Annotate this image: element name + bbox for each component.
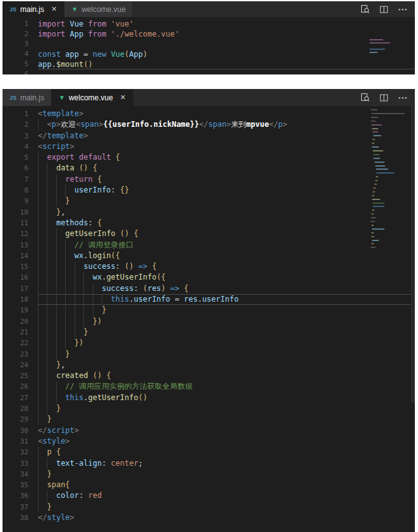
minimap-line bbox=[371, 221, 375, 222]
line-number: 36 bbox=[3, 490, 38, 501]
token: success bbox=[102, 284, 134, 293]
line-number: 37 bbox=[3, 502, 38, 512]
indent-guide bbox=[47, 393, 47, 403]
token: > bbox=[75, 426, 79, 435]
indent-guide bbox=[47, 294, 47, 305]
tab-welcome-vue[interactable]: ▼welcome.vue✕ bbox=[52, 89, 133, 106]
code-line: 22 }) bbox=[3, 338, 415, 348]
minimap-line bbox=[373, 187, 376, 189]
indent-guide bbox=[47, 490, 47, 501]
token: : bbox=[102, 459, 110, 468]
split-editor-button[interactable] bbox=[379, 93, 388, 102]
token: import bbox=[38, 20, 70, 28]
scrollbar[interactable] bbox=[411, 106, 415, 403]
indent-guide bbox=[38, 480, 39, 490]
indent-guide bbox=[56, 393, 57, 403]
token: res bbox=[147, 284, 161, 293]
code-editor[interactable]: 1<template>2 <p>欢迎<span>{{userInfo.nickN… bbox=[3, 106, 415, 532]
line-number: 13 bbox=[3, 240, 38, 251]
indent-guide bbox=[47, 185, 47, 196]
code-line: 6 data () { bbox=[3, 163, 415, 174]
token: } bbox=[47, 470, 51, 478]
code-line: 16 wx.getUserInfo({ bbox=[3, 272, 415, 283]
indent-guide bbox=[38, 338, 39, 348]
line-number: 9 bbox=[3, 196, 38, 206]
minimap-line bbox=[371, 109, 378, 110]
code-line-text: wx.login({ bbox=[38, 251, 415, 261]
indent-guide bbox=[38, 261, 39, 272]
token bbox=[38, 415, 47, 423]
code-line: 14 wx.login({ bbox=[3, 251, 415, 261]
minimap-line bbox=[371, 117, 378, 118]
code-editor[interactable]: 1import Vue from 'vue'2import App from '… bbox=[3, 17, 415, 74]
code-line-text: export default { bbox=[38, 152, 415, 163]
code-line-text: success: () => { bbox=[38, 261, 415, 272]
indent-guide bbox=[38, 327, 39, 338]
close-icon[interactable]: ✕ bbox=[51, 5, 57, 13]
more-actions-button[interactable]: ⋯ bbox=[398, 4, 407, 14]
indent-guide bbox=[56, 251, 57, 261]
code-line: 28 } bbox=[3, 403, 415, 414]
indent-guide bbox=[83, 272, 84, 283]
code-line-text: this.getUserInfo() bbox=[38, 393, 415, 403]
code-line: 19 } bbox=[3, 305, 415, 316]
tab-welcome-vue[interactable]: ▼welcome.vue bbox=[64, 1, 133, 17]
code-line-text: } bbox=[38, 196, 415, 206]
minimap-line bbox=[376, 176, 378, 177]
minimap-line bbox=[373, 191, 375, 192]
code-line-text: <style> bbox=[38, 436, 415, 447]
token: </ bbox=[199, 120, 208, 129]
token: </ bbox=[38, 513, 47, 522]
code-line-text: <template> bbox=[38, 109, 415, 119]
open-preview-button[interactable] bbox=[361, 4, 370, 14]
code-line-text: }) bbox=[38, 338, 415, 348]
tab-label: welcome.vue bbox=[69, 93, 113, 102]
token: </ bbox=[38, 426, 47, 435]
tab-main-js[interactable]: JSmain.js✕ bbox=[3, 1, 64, 17]
code-line: 3 bbox=[3, 39, 415, 49]
line-number: 32 bbox=[3, 447, 38, 458]
token bbox=[38, 393, 65, 402]
code-line-text: import Vue from 'vue' bbox=[38, 19, 415, 29]
open-preview-button[interactable] bbox=[361, 93, 370, 102]
close-icon[interactable]: ✕ bbox=[120, 93, 126, 102]
code-line-text: text-align: center; bbox=[38, 458, 415, 469]
token: 来到 bbox=[231, 120, 246, 129]
indent-guide bbox=[65, 251, 66, 261]
token: './welcome.vue' bbox=[111, 30, 179, 38]
token: getUserInfo bbox=[65, 229, 120, 238]
token: data bbox=[56, 163, 79, 172]
code-line-text: } bbox=[38, 327, 415, 338]
js-file-icon: JS bbox=[9, 95, 16, 101]
code-line-text: <p>欢迎<span>{{userInfo.nickName}}</span>来… bbox=[38, 119, 415, 130]
indent-guide bbox=[47, 272, 47, 283]
indent-guide bbox=[38, 469, 39, 480]
token bbox=[38, 153, 47, 162]
indent-guide bbox=[56, 381, 57, 392]
split-editor-button[interactable] bbox=[379, 5, 388, 14]
token: => bbox=[165, 284, 184, 293]
indent-guide bbox=[65, 272, 66, 283]
indent-guide bbox=[47, 283, 47, 294]
more-actions-button[interactable]: ⋯ bbox=[398, 93, 407, 102]
tab-main-js[interactable]: JSmain.js bbox=[3, 89, 52, 106]
token: () bbox=[138, 393, 147, 402]
token: { bbox=[184, 284, 188, 293]
line-number: 23 bbox=[3, 349, 38, 360]
indent-guide bbox=[65, 305, 66, 316]
code-line: 31<style> bbox=[3, 436, 415, 447]
indent-guide bbox=[38, 447, 39, 458]
minimap-line bbox=[371, 232, 374, 233]
line-number: 11 bbox=[3, 218, 38, 228]
token: App bbox=[129, 50, 143, 59]
token: : bbox=[134, 284, 143, 293]
code-line: 38</style> bbox=[3, 512, 415, 523]
minimap-line bbox=[369, 39, 383, 40]
token: ({ bbox=[111, 251, 120, 260]
indent-guide bbox=[47, 207, 47, 218]
token: methods bbox=[56, 218, 88, 227]
token: color bbox=[56, 491, 79, 500]
token: span bbox=[208, 120, 227, 129]
code-line-text: color: red bbox=[38, 490, 415, 501]
line-number: 4 bbox=[3, 141, 38, 152]
